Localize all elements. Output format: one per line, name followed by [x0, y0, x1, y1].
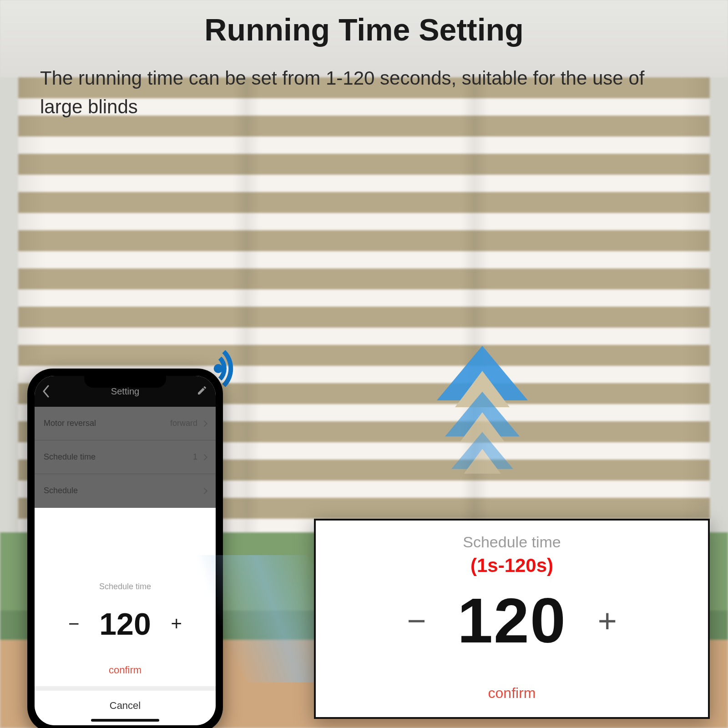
phone-mockup: Setting Motor reversal forward Schedule … — [27, 369, 223, 728]
chevron-right-icon — [201, 454, 207, 460]
time-stepper: − 120 + — [35, 595, 216, 654]
row-label: Motor reversal — [44, 419, 96, 428]
row-schedule[interactable]: Schedule — [35, 474, 216, 508]
home-indicator — [91, 719, 159, 722]
chevron-right-icon — [201, 487, 207, 494]
back-icon[interactable] — [42, 385, 50, 398]
callout-title: Schedule time — [316, 521, 708, 553]
page-title: Running Time Setting — [0, 12, 728, 47]
page-subtitle: The running time can be set from 1-120 s… — [40, 64, 673, 121]
row-schedule-time[interactable]: Schedule time 1 — [35, 440, 216, 474]
row-value: forward — [170, 419, 197, 428]
time-value: 120 — [99, 606, 151, 642]
decrement-button[interactable]: − — [398, 602, 435, 639]
schedule-time-callout: Schedule time (1s-120s) − 120 + confirm — [314, 519, 710, 719]
increment-button[interactable]: + — [589, 602, 626, 639]
confirm-button[interactable]: confirm — [316, 671, 708, 717]
schedule-time-sheet: Schedule time − 120 + confirm Cancel — [35, 574, 216, 725]
phone-notch — [84, 376, 166, 388]
confirm-button[interactable]: confirm — [35, 654, 216, 686]
time-stepper-large: − 120 + — [316, 579, 708, 671]
row-label: Schedule — [44, 486, 78, 495]
sheet-title: Schedule time — [35, 574, 216, 595]
sheet-divider — [35, 686, 216, 691]
time-value: 120 — [457, 584, 566, 657]
edit-icon[interactable] — [197, 385, 207, 396]
range-label: (1s-120s) — [316, 553, 708, 579]
settings-list: Motor reversal forward Schedule time 1 S… — [35, 407, 216, 508]
row-motor-reversal[interactable]: Motor reversal forward — [35, 407, 216, 440]
row-value: 1 — [193, 452, 197, 462]
decrement-button[interactable]: − — [60, 613, 87, 635]
chevron-right-icon — [201, 420, 207, 426]
row-label: Schedule time — [44, 452, 96, 462]
increment-button[interactable]: + — [163, 613, 190, 635]
